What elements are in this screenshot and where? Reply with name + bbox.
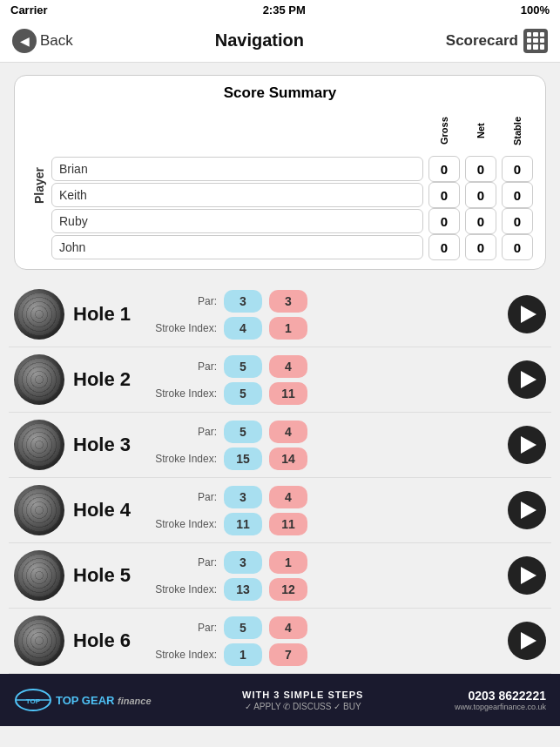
golf-ball-5 [14, 550, 64, 601]
score-row: Brian 0 0 0 [51, 156, 533, 182]
golf-ball-6 [14, 616, 64, 666]
back-button[interactable]: ◀ Back [12, 29, 73, 53]
golf-ball-4 [14, 485, 64, 535]
stroke-row-5: Stroke Index: 13 12 [152, 578, 499, 601]
ad-phone: 0203 8622221 [455, 689, 546, 703]
nav-title: Navigation [215, 30, 304, 50]
score-stable-1: 0 [502, 182, 533, 208]
par-label-1: Par: [152, 295, 217, 307]
player-name-1: Keith [51, 183, 423, 207]
status-bar: Carrier 2:35 PM 100% [0, 0, 560, 19]
par-val2-4: 4 [269, 486, 307, 508]
score-stable-2: 0 [502, 208, 533, 234]
par-val1-3: 5 [224, 421, 262, 443]
score-stable-3: 0 [502, 234, 533, 260]
golf-ball-inner-4 [17, 488, 61, 532]
par-val1-4: 3 [224, 486, 262, 508]
stroke-val1-5: 13 [224, 578, 262, 601]
score-rows: Brian 0 0 0 Keith 0 0 0 Ruby 0 0 0 John … [51, 156, 533, 260]
score-row: John 0 0 0 [51, 234, 533, 260]
stroke-row-4: Stroke Index: 11 11 [152, 513, 499, 535]
par-row-3: Par: 5 4 [152, 421, 499, 443]
stroke-label-5: Stroke Index: [152, 583, 217, 596]
play-button-3[interactable] [508, 426, 546, 464]
par-label-2: Par: [152, 360, 217, 373]
svg-text:TOP: TOP [26, 697, 41, 705]
stroke-label-1: Stroke Index: [152, 322, 217, 334]
score-gross-0: 0 [428, 156, 460, 182]
hole-name-4: Hole 4 [73, 499, 143, 522]
hole-stats-4: Par: 3 4 Stroke Index: 11 11 [152, 486, 499, 535]
holes-list: Hole 1 Par: 3 3 Stroke Index: 4 1 Hole 2… [0, 282, 560, 674]
stroke-val1-3: 15 [224, 448, 262, 470]
par-val1-5: 3 [224, 551, 262, 574]
hole-name-3: Hole 3 [73, 434, 143, 456]
stroke-val2-3: 14 [269, 448, 307, 470]
score-net-3: 0 [465, 234, 496, 260]
hole-row-1: Hole 1 Par: 3 3 Stroke Index: 4 1 [9, 282, 551, 347]
par-val2-2: 4 [269, 355, 307, 378]
par-row-6: Par: 5 4 [152, 616, 499, 639]
stroke-val2-4: 11 [269, 513, 307, 535]
ad-steps: ✓ APPLY ✆ DISCUSS ✓ BUY [242, 702, 363, 711]
par-row-5: Par: 3 1 [152, 551, 499, 574]
par-val2-1: 3 [269, 290, 307, 313]
holes-container: Hole 1 Par: 3 3 Stroke Index: 4 1 Hole 2… [9, 282, 551, 674]
par-row-1: Par: 3 3 [152, 290, 499, 313]
stroke-val1-2: 5 [224, 382, 262, 405]
par-label-3: Par: [152, 426, 217, 438]
ad-middle: WITH 3 SIMPLE STEPS ✓ APPLY ✆ DISCUSS ✓ … [242, 690, 363, 711]
stroke-row-2: Stroke Index: 5 11 [152, 382, 499, 405]
player-name-3: John [51, 235, 423, 259]
play-button-4[interactable] [508, 491, 546, 529]
par-label-4: Par: [152, 491, 217, 503]
back-arrow-icon: ◀ [12, 29, 37, 53]
stroke-val1-1: 4 [224, 317, 262, 340]
golf-ball-2 [14, 354, 64, 405]
hole-row-6: Hole 6 Par: 5 4 Stroke Index: 1 7 [9, 609, 551, 674]
hole-stats-5: Par: 3 1 Stroke Index: 13 12 [152, 551, 499, 601]
hole-stats-6: Par: 5 4 Stroke Index: 1 7 [152, 616, 499, 666]
golf-ball-inner-2 [17, 358, 61, 401]
scorecard-grid-icon [523, 29, 548, 53]
score-net-1: 0 [465, 182, 496, 208]
hole-stats-1: Par: 3 3 Stroke Index: 4 1 [152, 290, 499, 340]
player-column-label: Player [27, 111, 46, 260]
stroke-row-1: Stroke Index: 4 1 [152, 317, 499, 340]
golf-ball-1 [14, 289, 64, 340]
stroke-val1-6: 1 [224, 643, 262, 666]
play-button-6[interactable] [508, 622, 546, 660]
gross-header: Gross [428, 111, 460, 151]
time-label: 2:35 PM [263, 3, 306, 17]
stable-header: Stable [502, 111, 533, 151]
ad-tagline: WITH 3 SIMPLE STEPS [242, 690, 363, 700]
par-val2-3: 4 [269, 421, 307, 443]
stroke-row-6: Stroke Index: 1 7 [152, 643, 499, 666]
par-val2-5: 1 [269, 551, 307, 574]
hole-name-5: Hole 5 [73, 564, 143, 587]
ad-logo-top: TOP GEAR [56, 694, 114, 707]
hole-name-2: Hole 2 [73, 368, 143, 391]
hole-stats-3: Par: 5 4 Stroke Index: 15 14 [152, 421, 499, 470]
score-gross-3: 0 [428, 234, 460, 260]
net-header: Net [465, 111, 496, 151]
par-label-5: Par: [152, 556, 217, 569]
par-val1-2: 5 [224, 355, 262, 378]
play-button-2[interactable] [508, 360, 546, 399]
stroke-val2-2: 11 [269, 382, 307, 405]
stroke-label-3: Stroke Index: [152, 453, 217, 465]
player-name-0: Brian [51, 157, 423, 181]
ad-banner[interactable]: TOP TOP GEAR finance WITH 3 SIMPLE STEPS… [0, 674, 560, 726]
ad-logo-text: TOP GEAR finance [56, 694, 152, 707]
stroke-val1-4: 11 [224, 513, 262, 535]
carrier-label: Carrier [10, 3, 48, 17]
score-row: Keith 0 0 0 [51, 182, 533, 208]
scorecard-button[interactable]: Scorecard [446, 29, 548, 53]
play-button-1[interactable] [508, 295, 546, 333]
hole-name-1: Hole 1 [73, 303, 143, 326]
score-summary-card: Score Summary Player Gross Net Stable Br… [14, 75, 546, 270]
golf-ball-inner-6 [17, 619, 61, 663]
hole-name-6: Hole 6 [73, 629, 143, 652]
stroke-label-4: Stroke Index: [152, 518, 217, 530]
play-button-5[interactable] [508, 556, 546, 595]
